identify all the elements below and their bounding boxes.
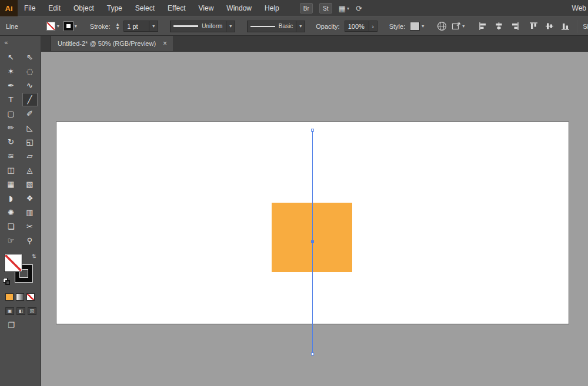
lasso-tool[interactable]: ◌ [22, 65, 38, 78]
uniform-profile-icon [173, 25, 198, 27]
direct-selection-tool[interactable]: ⇖ [22, 51, 38, 64]
draw-normal-icon: ▣ [8, 308, 12, 314]
stroke-weight-value[interactable]: 1 pt [123, 21, 149, 32]
align-horizontal-right-button[interactable] [509, 21, 520, 32]
sync-settings-button[interactable]: ⟳ [356, 4, 362, 13]
rotate-tool[interactable]: ↻ [4, 135, 19, 149]
hand-tool[interactable]: ☞ [4, 234, 19, 247]
anchor-handle-top[interactable] [311, 129, 314, 132]
menu-select[interactable]: Select [129, 0, 161, 16]
column-graph-tool[interactable]: ▥ [22, 206, 38, 219]
slice-tool[interactable]: ✂ [22, 220, 38, 233]
perspective-grid-tool[interactable]: ◬ [22, 163, 38, 177]
width-tool[interactable]: ≋ [4, 149, 19, 163]
curvature-icon: ∿ [26, 82, 33, 89]
fill-proxy-button[interactable] [5, 254, 22, 271]
free-transform-tool[interactable]: ▱ [22, 149, 38, 163]
width-profile-dropdown-button[interactable]: ▾ [226, 21, 235, 32]
mesh-tool[interactable]: ▦ [4, 177, 19, 191]
brush-definition-combo[interactable]: Basic ▾ [247, 21, 305, 32]
stroke-weight-dropdown-button[interactable]: ▾ [149, 21, 158, 32]
fill-none-swatch-icon [46, 22, 55, 31]
default-fill-stroke-button[interactable] [3, 278, 11, 286]
control-bar: Line ▾ ▾ Stroke: ▲ ▼ 1 pt ▾ Uniform ▾ Ba… [0, 16, 588, 36]
eraser-tool[interactable]: ◺ [22, 121, 38, 135]
close-tab-icon[interactable]: × [163, 40, 167, 47]
draw-behind-button[interactable]: ◧ [16, 307, 25, 315]
menu-view[interactable]: View [192, 0, 220, 16]
style-dropdown[interactable]: ▾ [410, 22, 424, 31]
align-horizontal-center-button[interactable] [493, 21, 504, 32]
document-tab-title: Untitled-2* @ 50% (RGB/Preview) [58, 40, 156, 47]
align-horizontal-left-button[interactable] [477, 21, 488, 32]
opacity-label[interactable]: Opacity: [316, 23, 339, 30]
canvas-pasteboard[interactable] [41, 52, 588, 386]
bridge-button[interactable]: Br [300, 3, 313, 14]
paintbrush-tool[interactable]: ✐ [22, 107, 38, 120]
anchor-handle-bottom[interactable] [311, 353, 314, 355]
stroke-weight-combo[interactable]: 1 pt ▾ [123, 21, 158, 32]
menu-effect[interactable]: Effect [161, 0, 192, 16]
selection-tool[interactable]: ↖ [4, 51, 19, 64]
stroke-weight-stepper[interactable]: ▲ ▼ [116, 22, 119, 30]
draw-inside-button[interactable]: 回 [28, 307, 36, 315]
curvature-tool[interactable]: ∿ [22, 79, 38, 92]
anchor-handle-center[interactable] [311, 240, 314, 243]
align-vertical-top-button[interactable] [528, 21, 539, 32]
screen-mode-button[interactable]: ❐ [5, 321, 17, 330]
align-vertical-center-icon [545, 22, 554, 31]
pen-tool[interactable]: ✒ [4, 79, 19, 92]
zoom-tool[interactable]: ⚲ [22, 234, 38, 247]
stroke-color-dropdown[interactable]: ▾ [64, 22, 77, 31]
menu-window[interactable]: Window [220, 0, 258, 16]
menu-help[interactable]: Help [258, 0, 286, 16]
opacity-panel-button[interactable]: › [369, 21, 377, 32]
tools-panel: « ↖⇖✶◌✒∿T╱▢✐✏◺↻◱≋▱◫◬▦▧◗❖✺▥❏✂☞⚲ ⇄ ▣ ◧ 回 ❐ [0, 36, 41, 386]
stroke-weight-label[interactable]: Stroke: [90, 23, 111, 30]
align-vertical-center-button[interactable] [544, 21, 554, 32]
gradient-tool[interactable]: ▧ [22, 177, 38, 191]
color-button[interactable] [5, 293, 14, 301]
draw-normal-button[interactable]: ▣ [5, 307, 14, 315]
pencil-tool[interactable]: ✏ [4, 121, 19, 135]
fill-color-dropdown[interactable]: ▾ [46, 22, 59, 31]
scale-tool[interactable]: ◱ [22, 135, 38, 149]
collapse-panel-button[interactable]: « [4, 39, 8, 46]
gradient-icon: ▧ [26, 180, 33, 188]
symbol-sprayer-tool[interactable]: ✺ [4, 206, 19, 219]
gradient-button[interactable] [16, 293, 24, 301]
menu-object[interactable]: Object [67, 0, 101, 16]
type-tool[interactable]: T [4, 93, 19, 106]
shape-builder-tool[interactable]: ◫ [4, 163, 19, 177]
align-vertical-bottom-button[interactable] [560, 21, 570, 32]
magic-wand-tool[interactable]: ✶ [4, 65, 19, 78]
blend-tool[interactable]: ❖ [22, 192, 38, 205]
none-button[interactable] [26, 293, 35, 301]
eyedropper-tool[interactable]: ◗ [4, 192, 19, 205]
menu-type[interactable]: Type [101, 0, 129, 16]
isolate-selected-object-button[interactable]: ▾ [452, 22, 465, 31]
type-icon: T [9, 96, 14, 103]
selection-icon: ↖ [8, 53, 14, 61]
arrange-documents-button[interactable]: ▦ ▾ [339, 4, 349, 13]
blend-icon: ❖ [26, 194, 34, 202]
document-tab[interactable]: Untitled-2* @ 50% (RGB/Preview) × [51, 36, 174, 51]
stock-button[interactable]: St [319, 3, 332, 14]
rectangle-tool[interactable]: ▢ [4, 107, 19, 120]
chevron-down-icon: ▾ [229, 24, 232, 29]
opacity-combo[interactable]: 100% › [345, 21, 377, 32]
menu-edit[interactable]: Edit [42, 0, 67, 16]
align-horizontal-center-icon [495, 22, 503, 31]
line-segment-tool[interactable]: ╱ [22, 93, 38, 106]
recolor-artwork-button[interactable] [437, 21, 447, 31]
swap-fill-stroke-icon[interactable]: ⇄ [31, 254, 37, 259]
artboard-tool[interactable]: ❏ [4, 220, 19, 233]
width-profile-combo[interactable]: Uniform ▾ [170, 21, 235, 32]
menu-file[interactable]: File [18, 0, 42, 16]
workspace-switcher[interactable]: Web [572, 0, 586, 16]
chevron-down-icon: ▾ [299, 24, 302, 29]
brush-dropdown-button[interactable]: ▾ [296, 21, 305, 32]
opacity-value[interactable]: 100% [345, 21, 369, 32]
shape-label: Shape: [583, 23, 588, 30]
drawing-mode-buttons: ▣ ◧ 回 [5, 307, 41, 315]
